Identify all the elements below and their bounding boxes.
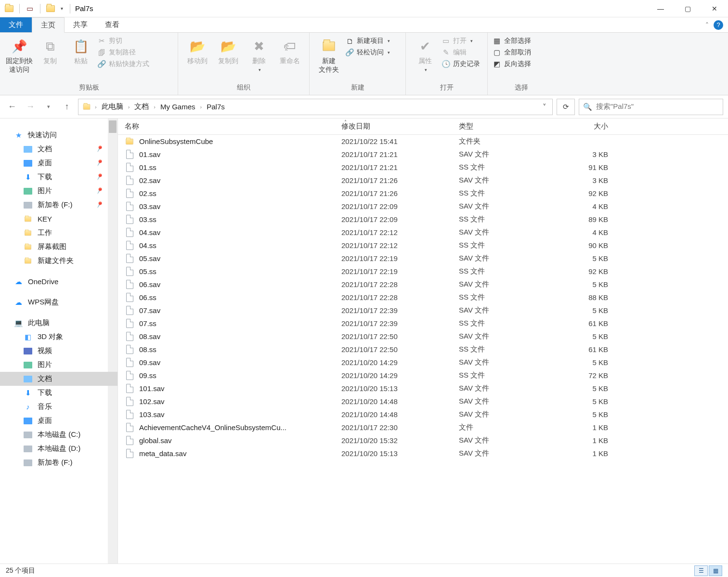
sidebar-quick-access[interactable]: ★ 快速访问 [0,128,117,142]
new-item-button[interactable]: 🗋新建项目▾ [345,37,390,45]
breadcrumb-2[interactable]: My Games [158,102,197,112]
file-row[interactable]: 101.sav2021/10/20 15:13SAV 文件5 KB [118,382,728,395]
qat-customize-caret[interactable]: ▾ [59,6,65,11]
rename-button[interactable]: 🏷重命名 [275,36,304,66]
sidebar-quick-item[interactable]: 文档📍 [0,142,117,156]
col-date[interactable]: 修改日期 [335,118,452,134]
sidebar-thispc-item[interactable]: 本地磁盘 (D:) [0,442,117,456]
address-bar[interactable]: › 此电脑› 文档› My Games› Pal7s ˅ [78,99,553,115]
copy-to-button[interactable]: 📂复制到 [214,36,243,66]
sidebar-thispc-item[interactable]: ◧3D 对象 [0,330,117,344]
col-size[interactable]: 大小 [548,118,616,134]
paste-shortcut-button[interactable]: 🔗粘贴快捷方式 [97,60,149,68]
new-folder-button[interactable]: 新建 文件夹 [314,36,343,74]
invert-selection-button[interactable]: ◩反向选择 [493,60,531,68]
paste-button[interactable]: 📋 粘贴 [66,36,95,66]
nav-back-button[interactable]: ← [5,100,19,114]
file-row[interactable]: 07.sav2021/10/17 22:39SAV 文件5 KB [118,304,728,317]
file-row[interactable]: 02.ss2021/10/17 21:26SS 文件92 KB [118,187,728,200]
copy-path-button[interactable]: 🗐复制路径 [97,48,149,57]
breadcrumb-0[interactable]: 此电脑 [100,101,125,112]
delete-button[interactable]: ✖删除▾ [245,36,273,72]
file-row[interactable]: OnlineSubsystemCube2021/10/22 15:41文件夹 [118,135,728,148]
edit-button[interactable]: ✎编辑 [442,48,480,57]
tab-home[interactable]: 主页 [32,17,65,33]
open-button[interactable]: ▭打开▾ [442,37,480,45]
easy-access-button[interactable]: 🔗轻松访问▾ [345,48,390,57]
nav-forward-button[interactable]: → [23,100,38,114]
file-row[interactable]: 102.sav2021/10/20 14:48SAV 文件5 KB [118,395,728,408]
sidebar-quick-item[interactable]: 屏幕截图 [0,240,117,254]
ribbon-collapse-caret[interactable]: ˄ [705,21,709,29]
select-all-button[interactable]: ▦全部选择 [493,37,531,45]
file-row[interactable]: 01.sav2021/10/17 21:21SAV 文件3 KB [118,148,728,161]
file-row[interactable]: 06.sav2021/10/17 22:28SAV 文件5 KB [118,278,728,291]
tab-file[interactable]: 文件 [0,17,32,32]
help-button[interactable]: ? [714,20,723,30]
sidebar-quick-item[interactable]: 图片📍 [0,184,117,198]
breadcrumb-3[interactable]: Pal7s [205,102,227,112]
sidebar-quick-item[interactable]: 桌面📍 [0,156,117,170]
file-row[interactable]: 01.ss2021/10/17 21:21SS 文件91 KB [118,161,728,174]
col-name[interactable]: 名称 [118,118,335,134]
sidebar-thispc-item[interactable]: 文档 [0,372,117,386]
sidebar-quick-item[interactable]: 新建文件夹 [0,254,117,268]
sidebar-quick-item[interactable]: ⬇下载📍 [0,170,117,184]
select-none-button[interactable]: ▢全部取消 [493,48,531,57]
sidebar-thispc-item[interactable]: 视频 [0,344,117,358]
sidebar-thispc-item[interactable]: 新加卷 (F:) [0,456,117,470]
file-row[interactable]: 09.ss2021/10/20 14:29SS 文件72 KB [118,369,728,382]
nav-recent-caret[interactable]: ▾ [41,100,56,114]
pin-to-quick-access-button[interactable]: 📌 固定到快 速访问 [5,36,34,74]
copy-button[interactable]: ⧉ 复制 [36,36,65,66]
nav-up-button[interactable]: ↑ [60,100,74,114]
maximize-button[interactable]: ▢ [674,0,701,17]
file-row[interactable]: meta_data.sav2021/10/20 15:13SAV 文件1 KB [118,447,728,460]
file-row[interactable]: 05.ss2021/10/17 22:19SS 文件92 KB [118,265,728,278]
move-to-button[interactable]: 📂移动到 [183,36,212,66]
minimize-button[interactable]: — [647,0,674,17]
breadcrumb-1[interactable]: 文档 [132,101,151,112]
file-row[interactable]: 04.sav2021/10/17 22:12SAV 文件4 KB [118,226,728,239]
view-thumbnails-button[interactable]: ▦ [709,565,722,576]
sidebar-thispc-item[interactable]: ⬇下载 [0,386,117,400]
file-row[interactable]: 103.sav2021/10/20 14:48SAV 文件5 KB [118,408,728,421]
sidebar-this-pc[interactable]: 💻 此电脑 [0,316,117,330]
sidebar-quick-item[interactable]: KEY [0,212,117,226]
properties-button[interactable]: ✔属性▾ [411,36,440,72]
file-row[interactable]: 08.ss2021/10/17 22:50SS 文件61 KB [118,343,728,356]
qat-properties-icon[interactable]: ▭ [25,3,35,14]
close-button[interactable]: ✕ [701,0,728,17]
address-dropdown[interactable]: ˅ [540,103,549,111]
tab-view[interactable]: 查看 [96,17,128,32]
tab-share[interactable]: 共享 [65,17,96,32]
refresh-button[interactable]: ⟳ [557,99,575,115]
file-row[interactable]: 03.ss2021/10/17 22:09SS 文件89 KB [118,213,728,226]
sidebar-thispc-item[interactable]: 桌面 [0,414,117,428]
file-row[interactable]: 09.sav2021/10/20 14:29SAV 文件5 KB [118,356,728,369]
file-row[interactable]: 06.ss2021/10/17 22:28SS 文件88 KB [118,291,728,304]
sidebar-thispc-item[interactable]: 图片 [0,358,117,372]
file-row[interactable]: 02.sav2021/10/17 21:26SAV 文件3 KB [118,174,728,187]
group-label-organize: 组织 [178,81,309,95]
view-details-button[interactable]: ☰ [694,565,708,576]
file-row[interactable]: 08.sav2021/10/17 22:50SAV 文件5 KB [118,330,728,343]
sidebar-quick-item[interactable]: 新加卷 (F:)📍 [0,198,117,212]
file-row[interactable]: 07.ss2021/10/17 22:39SS 文件61 KB [118,317,728,330]
file-row[interactable]: 04.ss2021/10/17 22:12SS 文件90 KB [118,239,728,252]
file-row[interactable]: global.sav2021/10/20 15:32SAV 文件1 KB [118,434,728,447]
sidebar-onedrive[interactable]: ☁ OneDrive [0,275,117,288]
sidebar-thispc-item[interactable]: ♪音乐 [0,400,117,414]
file-row[interactable]: 03.sav2021/10/17 22:09SAV 文件4 KB [118,200,728,213]
search-box[interactable]: 🔍 搜索"Pal7s" [579,99,723,115]
history-button[interactable]: 🕓历史记录 [442,60,480,68]
col-type[interactable]: 类型 [452,118,548,134]
breadcrumb-sep[interactable]: › [94,104,98,110]
file-row[interactable]: 05.sav2021/10/17 22:19SAV 文件5 KB [118,252,728,265]
sidebar-quick-item[interactable]: 工作 [0,226,117,240]
cut-button[interactable]: ✂剪切 [97,37,149,45]
qat-folder-icon[interactable] [45,3,56,14]
sidebar-thispc-item[interactable]: 本地磁盘 (C:) [0,428,117,442]
sidebar-wps[interactable]: ☁ WPS网盘 [0,295,117,309]
file-row[interactable]: AchievementCacheV4_OnlineSubsystemCu...2… [118,421,728,434]
